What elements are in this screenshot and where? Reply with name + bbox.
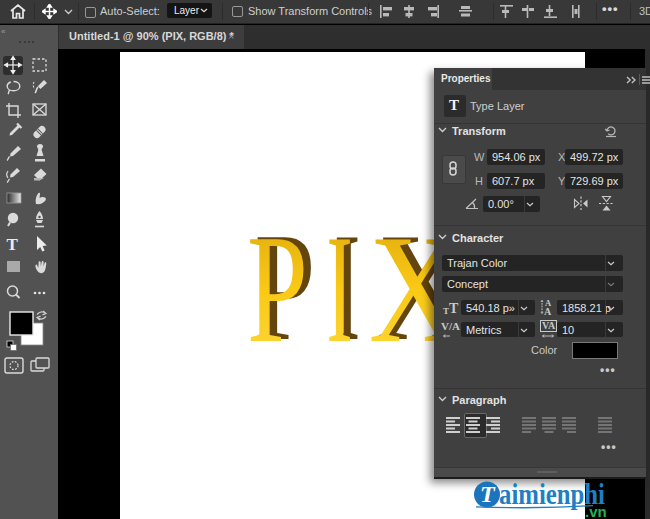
svg-text:P: P (247, 204, 308, 375)
svg-text:.vn: .vn (585, 503, 607, 519)
svg-text:T: T (480, 481, 496, 507)
svg-text:A: A (544, 306, 552, 316)
svg-text:T: T (7, 234, 19, 253)
svg-text:I: I (327, 204, 353, 374)
